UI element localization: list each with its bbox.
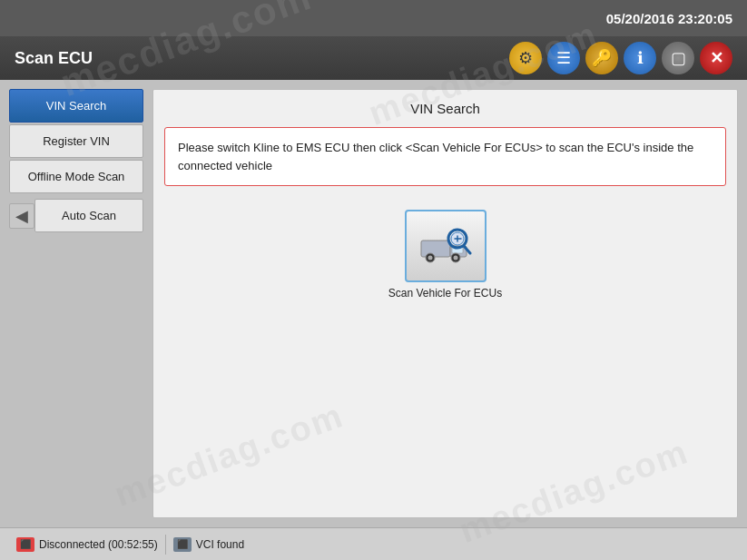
scan-button-label: Scan Vehicle For ECUs (388, 287, 502, 300)
key-button[interactable]: 🔑 (585, 42, 618, 74)
window-button[interactable]: ▢ (662, 42, 694, 74)
instruction-box: Please switch Kline to EMS ECU then clic… (164, 127, 726, 186)
svg-point-4 (428, 256, 432, 260)
vci-icon: ⬛ (173, 537, 192, 552)
sidebar-item-offline-mode-scan[interactable]: Offline Mode Scan (9, 160, 143, 193)
top-bar: 05/20/2016 23:20:05 (0, 0, 747, 36)
list-button[interactable]: ☰ (547, 42, 580, 74)
header-icons: ⚙ ☰ 🔑 ℹ ▢ ✕ (509, 42, 732, 74)
header: Scan ECU ⚙ ☰ 🔑 ℹ ▢ ✕ (0, 36, 747, 80)
datetime: 05/20/2016 23:20:05 (606, 11, 732, 26)
close-button[interactable]: ✕ (700, 42, 732, 74)
sidebar: VIN Search Register VIN Offline Mode Sca… (9, 89, 143, 518)
sidebar-item-register-vin[interactable]: Register VIN (9, 124, 143, 158)
sidebar-item-auto-scan[interactable]: Auto Scan (34, 199, 143, 232)
main-content: VIN Search Register VIN Offline Mode Sca… (0, 80, 747, 527)
scan-vehicle-icon (419, 222, 472, 270)
vci-label: VCI found (196, 538, 244, 551)
back-button-wrap: ◀ Auto Scan (9, 199, 143, 232)
svg-point-6 (453, 256, 457, 260)
vci-segment: ⬛ VCI found (166, 537, 251, 552)
sidebar-item-vin-search[interactable]: VIN Search (9, 89, 143, 123)
settings-button[interactable]: ⚙ (509, 42, 542, 74)
svg-rect-0 (421, 241, 450, 257)
disconnected-segment: ⬛ Disconnected (00:52:55) (9, 537, 165, 552)
info-button[interactable]: ℹ (624, 42, 656, 74)
scan-button-area: Scan Vehicle For ECUs (153, 210, 737, 300)
disconnected-icon: ⬛ (16, 537, 34, 552)
right-panel: VIN Search Please switch Kline to EMS EC… (152, 89, 738, 518)
back-button[interactable]: ◀ (9, 203, 34, 229)
status-bar: ⬛ Disconnected (00:52:55) ⬛ VCI found (0, 527, 747, 560)
panel-title: VIN Search (153, 90, 737, 127)
disconnected-label: Disconnected (00:52:55) (39, 538, 158, 551)
header-title: Scan ECU (15, 49, 93, 68)
scan-vehicle-button[interactable] (405, 210, 487, 282)
